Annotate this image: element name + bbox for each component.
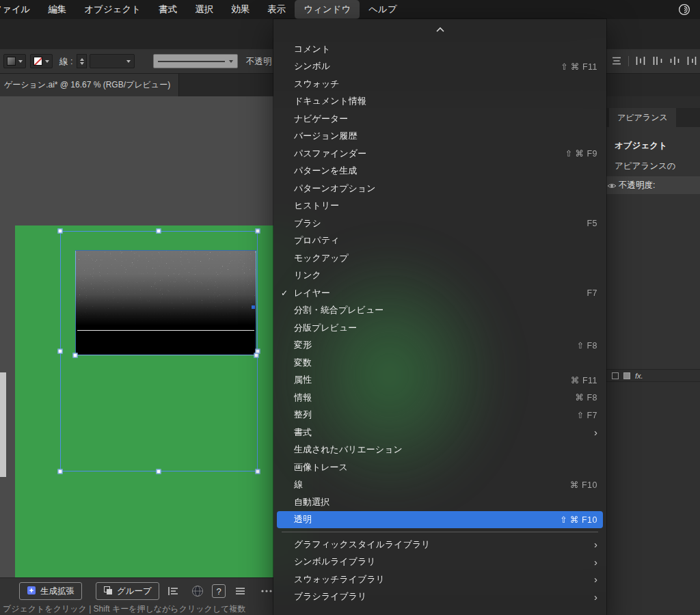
anchor-point[interactable] bbox=[252, 305, 255, 309]
appearance-row-appearance[interactable]: アピアランスの bbox=[606, 157, 700, 175]
stroke-weight-stepper[interactable] bbox=[77, 54, 87, 68]
align-distribute-strip bbox=[594, 55, 697, 66]
menu-item-properties[interactable]: プロパティ bbox=[273, 232, 606, 250]
menu-item-separations-preview[interactable]: 分版プレビュー bbox=[273, 319, 606, 337]
opacity-label: 不透明 bbox=[246, 56, 272, 68]
uniform-profile-preview bbox=[158, 61, 225, 62]
menu-item-layers[interactable]: ✓レイヤーF7 bbox=[273, 284, 606, 302]
selection-handle-bottom-left[interactable] bbox=[58, 469, 63, 474]
menu-item-image-trace[interactable]: 画像トレース bbox=[273, 459, 606, 476]
appearance-row-object[interactable]: オブジェクト bbox=[606, 137, 700, 154]
menu-item-mockup[interactable]: モックアップ bbox=[273, 249, 606, 267]
selection-handle-mid-left[interactable] bbox=[58, 349, 63, 354]
chevron-down-icon bbox=[18, 60, 23, 63]
menu-separator bbox=[282, 532, 598, 532]
document-tab[interactable]: ゲーション.ai* @ 16.67 % (RGB/プレビュー) bbox=[0, 74, 179, 96]
submenu-chevron-icon: › bbox=[594, 427, 597, 437]
new-stroke-icon[interactable] bbox=[612, 372, 619, 379]
fill-color-dropdown[interactable] bbox=[3, 54, 26, 68]
selection-handle-top-left[interactable] bbox=[58, 229, 63, 234]
none-slash-icon bbox=[33, 57, 42, 66]
stroke-weight-combo[interactable] bbox=[90, 54, 135, 68]
image-handle-bottom-left[interactable] bbox=[73, 353, 78, 358]
distribute-bars-icon-2[interactable] bbox=[652, 55, 663, 66]
menu-item-document-info[interactable]: ドキュメント情報 bbox=[273, 93, 606, 111]
document-tab-title: ゲーション.ai* @ 16.67 % (RGB/プレビュー) bbox=[4, 79, 170, 91]
distribute-lines-icon-2[interactable] bbox=[611, 55, 622, 66]
menubar-item-type[interactable]: 書式 bbox=[150, 0, 186, 19]
menubar-item-help[interactable]: ヘルプ bbox=[360, 0, 405, 19]
menu-item-navigator[interactable]: ナビゲーター bbox=[273, 110, 606, 128]
menu-item-transparency[interactable]: 透明⇧ ⌘ F10 bbox=[277, 511, 603, 529]
menu-item-comment[interactable]: コメント bbox=[273, 40, 606, 58]
app-logo-icon[interactable] bbox=[678, 3, 690, 16]
menu-item-attributes[interactable]: 属性⌘ F11 bbox=[273, 372, 606, 390]
menu-item-pathfinder[interactable]: パスファインダー⇧ ⌘ F9 bbox=[273, 145, 606, 163]
distribute-bars-icon-4[interactable] bbox=[686, 55, 697, 66]
menubar-item-window[interactable]: ウィンドウ bbox=[295, 0, 360, 19]
appearance-panel-footer: fx. bbox=[606, 369, 700, 382]
menu-item-pattern-make[interactable]: パターンを生成 bbox=[273, 163, 606, 180]
tab-appearance[interactable]: アピアランス bbox=[609, 108, 676, 127]
menu-item-swatches[interactable]: スウォッチ bbox=[273, 75, 606, 93]
menubar-item-effect[interactable]: 効果 bbox=[222, 0, 258, 19]
fx-effects-icon[interactable]: fx. bbox=[635, 372, 643, 380]
hamburger-menu-icon[interactable] bbox=[235, 587, 245, 595]
selection-handle-top-center[interactable] bbox=[157, 229, 161, 234]
selection-handle-bottom-right[interactable] bbox=[256, 469, 260, 474]
stepper-down-icon bbox=[80, 62, 84, 65]
generative-expand-button[interactable]: 生成拡張 bbox=[19, 582, 82, 600]
menu-bar: ファイル 編集 オブジェクト 書式 選択 効果 表示 ウィンドウ ヘルプ bbox=[0, 0, 700, 19]
stepper-up-icon bbox=[80, 58, 84, 61]
appearance-panel-content: オブジェクト アピアランスの 不透明度: bbox=[606, 127, 700, 369]
stroke-color-dropdown[interactable] bbox=[30, 54, 53, 68]
appearance-row-opacity[interactable]: 不透明度: bbox=[606, 176, 700, 194]
menu-item-transform[interactable]: 変形⇧ F8 bbox=[273, 337, 606, 355]
distribute-bars-icon-1[interactable] bbox=[635, 55, 646, 66]
selection-handle-bottom-center[interactable] bbox=[157, 469, 161, 474]
menu-item-variables[interactable]: 変数 bbox=[273, 354, 606, 372]
chevron-down-icon bbox=[45, 60, 49, 63]
menu-item-links[interactable]: リンク bbox=[273, 267, 606, 285]
menubar-item-object[interactable]: オブジェクト bbox=[75, 0, 150, 19]
menu-item-type-submenu[interactable]: 書式› bbox=[273, 424, 606, 441]
menu-item-pattern-options[interactable]: パターンオプション bbox=[273, 180, 606, 197]
new-fill-icon[interactable] bbox=[623, 372, 630, 379]
width-profile-combo[interactable] bbox=[153, 54, 238, 68]
menu-item-brush-libraries[interactable]: ブラシライブラリ› bbox=[273, 588, 606, 606]
submenu-chevron-icon: › bbox=[594, 557, 597, 567]
menu-item-info[interactable]: 情報⌘ F8 bbox=[273, 389, 606, 407]
chevron-down-icon bbox=[229, 60, 233, 63]
menu-item-brushes[interactable]: ブラシF5 bbox=[273, 215, 606, 232]
stroke-weight-label: 線 : bbox=[59, 56, 72, 68]
eye-icon bbox=[607, 182, 617, 191]
menu-item-symbol-libraries[interactable]: シンボルライブラリ› bbox=[273, 554, 606, 571]
menu-item-magic-wand[interactable]: 自動選択 bbox=[273, 493, 606, 511]
help-button[interactable]: ? bbox=[212, 584, 226, 598]
adjacent-artboard-edge bbox=[0, 372, 6, 477]
menubar-item-file[interactable]: ファイル bbox=[0, 0, 39, 19]
distribute-bars-icon-3[interactable] bbox=[669, 55, 680, 66]
menu-item-version-history[interactable]: バージョン履歴 bbox=[273, 128, 606, 146]
menu-item-flattener-preview[interactable]: 分割・統合プレビュー bbox=[273, 302, 606, 320]
menu-item-generated-variations[interactable]: 生成されたバリエーション bbox=[273, 441, 606, 459]
image-handle-bottom-right[interactable] bbox=[254, 353, 259, 358]
menu-item-align[interactable]: 整列⇧ F7 bbox=[273, 407, 606, 424]
illustrator-window: 線 : 不透明 bbox=[0, 0, 700, 615]
divider bbox=[628, 56, 629, 66]
menu-item-graphic-style-libraries[interactable]: グラフィックスタイルライブラリ› bbox=[273, 536, 606, 554]
selection-handle-top-right[interactable] bbox=[256, 229, 260, 234]
globe-icon[interactable] bbox=[191, 585, 204, 597]
align-options-icon[interactable] bbox=[168, 586, 179, 596]
more-options-icon[interactable] bbox=[261, 590, 272, 592]
menu-item-history[interactable]: ヒストリー bbox=[273, 197, 606, 215]
menu-item-swatch-libraries[interactable]: スウォッチライブラリ› bbox=[273, 571, 606, 588]
menu-item-stroke[interactable]: 線⌘ F10 bbox=[273, 476, 606, 494]
fill-swatch bbox=[7, 57, 16, 66]
menubar-item-edit[interactable]: 編集 bbox=[39, 0, 75, 19]
group-button[interactable]: グループ bbox=[96, 582, 159, 600]
menu-item-symbols[interactable]: シンボル⇧ ⌘ F11 bbox=[273, 58, 606, 76]
menubar-item-select[interactable]: 選択 bbox=[186, 0, 222, 19]
scroll-up-indicator[interactable] bbox=[273, 19, 606, 40]
menubar-item-view[interactable]: 表示 bbox=[258, 0, 295, 19]
